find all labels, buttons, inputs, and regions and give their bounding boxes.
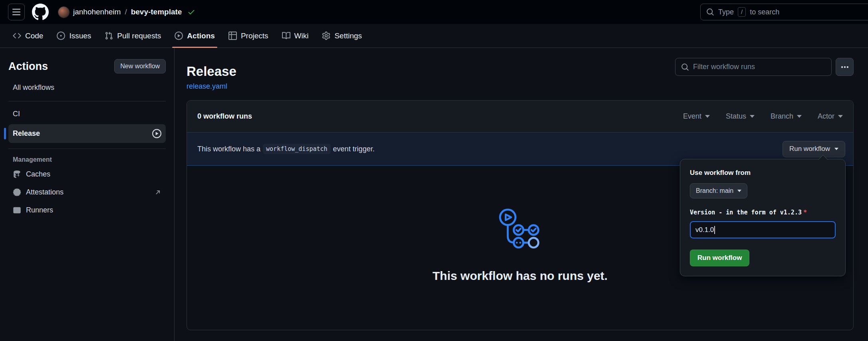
filter-label: Actor — [818, 112, 834, 121]
branch-select-label: Branch: main — [696, 187, 733, 194]
run-workflow-dropdown-button[interactable]: Run workflow — [783, 141, 845, 157]
management-section-label: Management — [8, 154, 166, 164]
tab-projects[interactable]: Projects — [223, 24, 274, 48]
git-pull-request-icon — [105, 32, 113, 40]
text-cursor — [714, 226, 715, 234]
global-search-input[interactable]: Type / to search — [700, 4, 868, 20]
chevron-down-icon — [737, 190, 741, 192]
event-filter-dropdown[interactable]: Event — [683, 112, 710, 121]
chevron-down-icon — [705, 115, 710, 118]
sidebar-item-label: Release — [13, 129, 147, 138]
chevron-down-icon — [838, 115, 843, 118]
chevron-down-icon — [750, 115, 755, 118]
chevron-down-icon — [797, 115, 802, 118]
code-icon — [13, 32, 21, 40]
tab-label: Code — [25, 32, 43, 40]
selected-indicator-bar — [4, 128, 6, 139]
filter-label: Branch — [771, 112, 793, 121]
sidebar-item-label: Attestations — [26, 188, 149, 196]
sidebar-item-label: CI — [13, 110, 20, 118]
table-icon — [228, 32, 237, 40]
cache-icon — [13, 170, 21, 178]
required-asterisk: * — [803, 209, 807, 216]
tab-issues[interactable]: Issues — [51, 24, 97, 48]
github-logo-icon[interactable] — [32, 4, 49, 20]
tab-label: Pull requests — [117, 32, 161, 40]
branch-filter-dropdown[interactable]: Branch — [771, 112, 802, 121]
hamburger-menu-button[interactable] — [8, 4, 25, 20]
version-input-value: v0.1.0 — [695, 226, 714, 234]
tab-label: Wiki — [294, 32, 309, 40]
search-icon — [681, 63, 689, 71]
arrow-up-right-icon — [154, 189, 161, 196]
chevron-down-icon — [834, 148, 838, 150]
tab-label: Issues — [69, 32, 91, 40]
version-input[interactable]: v0.1.0 — [690, 221, 836, 238]
breadcrumb: janhohenheim / bevy-template — [58, 7, 195, 18]
search-placeholder-suffix: to search — [750, 8, 779, 16]
workflow-file-link[interactable]: release.yaml — [187, 82, 227, 91]
sidebar-item-workflow-release[interactable]: Release — [8, 124, 166, 143]
sidebar-divider — [8, 101, 166, 101]
sidebar-item-label: All workflows — [13, 83, 54, 92]
search-icon — [706, 8, 714, 16]
status-filter-dropdown[interactable]: Status — [726, 112, 755, 121]
sidebar-item-workflow-ci[interactable]: CI — [8, 106, 166, 122]
dispatchable-workflow-play-icon — [152, 129, 161, 138]
gear-icon — [322, 32, 330, 40]
sidebar-item-label: Caches — [26, 170, 50, 178]
runs-list-header: 0 workflow runs Event Status Branch Acto… — [187, 101, 853, 133]
kebab-horizontal-icon — [840, 63, 849, 71]
server-icon — [13, 206, 21, 214]
banner-code: workflow_dispatch — [263, 144, 331, 154]
banner-text-before: This workflow has a — [197, 145, 260, 153]
filter-workflow-runs-input[interactable] — [693, 63, 826, 71]
owner-avatar[interactable] — [58, 7, 69, 18]
new-workflow-button[interactable]: New workflow — [114, 59, 166, 73]
tab-pull-requests[interactable]: Pull requests — [99, 24, 167, 48]
filter-label: Event — [683, 112, 701, 121]
tab-label: Projects — [241, 32, 268, 40]
run-workflow-submit-button[interactable]: Run workflow — [690, 250, 749, 266]
slash-key-hint: / — [738, 7, 746, 17]
verified-icon — [13, 188, 21, 196]
sidebar-item-attestations[interactable]: Attestations — [8, 184, 166, 200]
tab-label: Settings — [334, 32, 362, 40]
book-icon — [282, 32, 290, 40]
sidebar-item-all-workflows[interactable]: All workflows — [8, 80, 166, 95]
search-placeholder-prefix: Type — [718, 8, 734, 16]
sidebar-divider — [8, 149, 166, 149]
sidebar-title: Actions — [8, 60, 48, 73]
version-input-label: Version - in the form of v1.2.3* — [690, 209, 836, 216]
workflow-options-button[interactable] — [836, 58, 854, 76]
commit-status-check-icon[interactable] — [187, 8, 195, 16]
popup-title: Use workflow from — [690, 169, 836, 177]
filter-label: Status — [726, 112, 746, 121]
breadcrumb-separator: / — [125, 8, 127, 16]
run-workflow-popup: Use workflow from Branch: main Version -… — [680, 159, 846, 276]
workflow-graph-icon — [499, 208, 542, 251]
actor-filter-dropdown[interactable]: Actor — [818, 112, 843, 121]
tab-label: Actions — [187, 32, 215, 40]
tab-settings[interactable]: Settings — [316, 24, 367, 48]
filter-workflow-runs-field — [675, 58, 832, 76]
tab-code[interactable]: Code — [7, 24, 49, 48]
empty-state-heading: This workflow has no runs yet. — [433, 269, 608, 283]
breadcrumb-owner-link[interactable]: janhohenheim — [73, 8, 121, 16]
tab-actions[interactable]: Actions — [169, 24, 220, 48]
actions-sidebar: Actions New workflow All workflows CI Re… — [0, 48, 175, 341]
app-header: janhohenheim / bevy-template Type / to s… — [0, 0, 868, 24]
sidebar-item-label: Runners — [26, 206, 53, 214]
repo-nav: Code Issues Pull requests Actions Projec… — [0, 24, 868, 48]
banner-text-after: event trigger. — [333, 145, 375, 153]
breadcrumb-repo-link[interactable]: bevy-template — [131, 8, 182, 16]
branch-select-button[interactable]: Branch: main — [690, 183, 747, 198]
play-icon — [175, 32, 183, 40]
github-actions-page: janhohenheim / bevy-template Type / to s… — [0, 0, 868, 341]
run-workflow-label: Run workflow — [789, 145, 830, 153]
tab-wiki[interactable]: Wiki — [276, 24, 314, 48]
sidebar-item-runners[interactable]: Runners — [8, 202, 166, 218]
sidebar-item-caches[interactable]: Caches — [8, 167, 166, 182]
version-label-text: Version - in the form of v1.2.3 — [690, 209, 802, 216]
runs-count: 0 workflow runs — [197, 112, 252, 121]
